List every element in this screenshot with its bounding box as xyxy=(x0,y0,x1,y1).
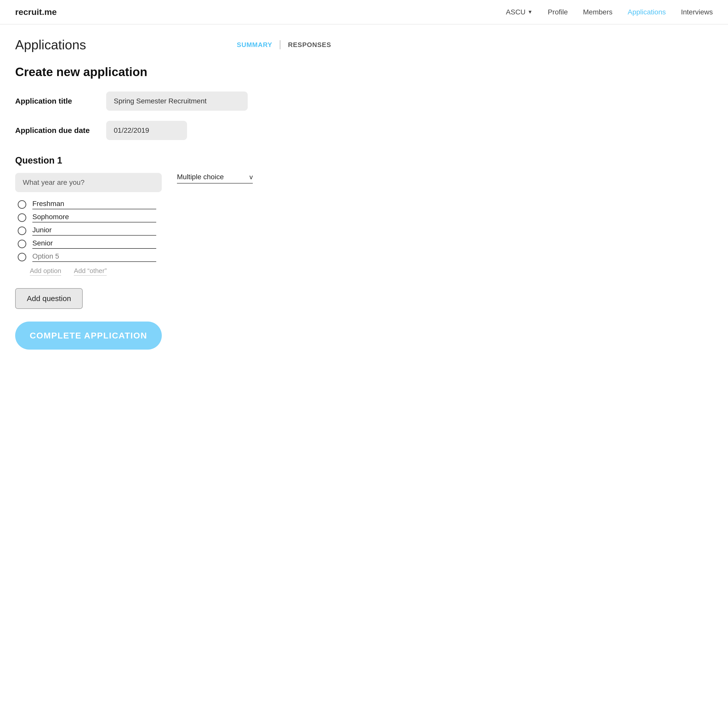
nav-dropdown-label: ASCU xyxy=(506,8,526,16)
option-row-5 xyxy=(18,252,339,262)
option-input-2[interactable] xyxy=(32,213,156,222)
question-type-selector[interactable]: Multiple choice v xyxy=(177,173,253,184)
nav-link-interviews[interactable]: Interviews xyxy=(681,8,713,16)
form-section: Create new application Application title… xyxy=(15,65,339,140)
tab-responses[interactable]: RESPONSES xyxy=(280,41,339,49)
dropdown-arrow-icon: ▼ xyxy=(528,9,532,15)
radio-option-2[interactable] xyxy=(18,213,26,222)
form-section-title: Create new application xyxy=(15,65,339,79)
question-row: Multiple choice v xyxy=(15,173,339,192)
nav-link-members[interactable]: Members xyxy=(583,8,612,16)
radio-option-1[interactable] xyxy=(18,200,26,209)
header-tabs: SUMMARY RESPONSES xyxy=(229,40,339,49)
option-row-3 xyxy=(18,226,339,236)
chevron-down-icon: v xyxy=(249,173,253,181)
option-row-1 xyxy=(18,200,339,209)
tab-summary[interactable]: SUMMARY xyxy=(229,41,280,49)
nav-links: ASCU ▼ Profile Members Applications Inte… xyxy=(506,8,713,16)
add-other-link[interactable]: Add “other” xyxy=(74,267,107,275)
page-content: Applications SUMMARY RESPONSES Create ne… xyxy=(0,24,354,362)
radio-option-4[interactable] xyxy=(18,240,26,248)
app-due-input[interactable] xyxy=(106,121,187,140)
navbar: recruit.me ASCU ▼ Profile Members Applic… xyxy=(0,0,728,24)
question-text-input[interactable] xyxy=(15,173,162,192)
option-row-2 xyxy=(18,213,339,222)
app-due-label: Application due date xyxy=(15,126,96,135)
page-title: Applications xyxy=(15,37,86,52)
app-due-row: Application due date xyxy=(15,121,339,140)
option-input-3[interactable] xyxy=(32,226,156,236)
nav-link-applications[interactable]: Applications xyxy=(628,8,666,16)
question-section: Question 1 Multiple choice v xyxy=(15,155,339,350)
option-input-4[interactable] xyxy=(32,239,156,249)
add-options-row: Add option Add “other” xyxy=(30,267,339,275)
app-title-row: Application title xyxy=(15,92,339,111)
option-input-1[interactable] xyxy=(32,200,156,209)
page-header: Applications SUMMARY RESPONSES xyxy=(15,37,339,52)
radio-option-5[interactable] xyxy=(18,253,26,262)
option-row-4 xyxy=(18,239,339,249)
radio-option-3[interactable] xyxy=(18,226,26,235)
nav-dropdown-ascu[interactable]: ASCU ▼ xyxy=(506,8,532,16)
complete-application-button[interactable]: COMPLETE APPLICATION xyxy=(15,321,162,350)
options-list xyxy=(18,200,339,262)
question-label: Question 1 xyxy=(15,155,339,166)
option-input-5[interactable] xyxy=(32,252,156,262)
nav-link-profile[interactable]: Profile xyxy=(548,8,568,16)
app-title-input[interactable] xyxy=(106,92,248,111)
add-option-link[interactable]: Add option xyxy=(30,267,61,275)
add-question-button[interactable]: Add question xyxy=(15,288,83,309)
site-logo: recruit.me xyxy=(15,7,57,17)
question-type-label: Multiple choice xyxy=(177,173,224,181)
app-title-label: Application title xyxy=(15,97,96,106)
